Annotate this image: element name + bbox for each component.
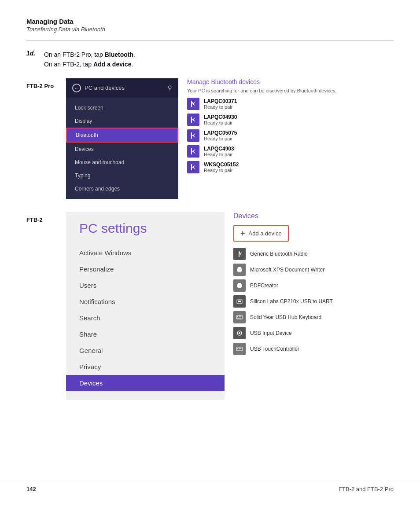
bt-device-status: Ready to pair (204, 136, 237, 141)
ftb2pro-label: FTB-2 Pro (26, 78, 66, 89)
svg-marker-6 (192, 133, 195, 138)
svg-rect-16 (238, 271, 241, 272)
settings-item-devices[interactable]: Devices (66, 375, 225, 391)
sidebar-item-display[interactable]: Display (66, 114, 178, 128)
screenshots-area: FTB-2 Pro ← PC and devices ⚲ Lock screen… (0, 70, 420, 400)
bluetooth-panel: Manage Bluetooth devices Your PC is sear… (187, 78, 394, 199)
device-name: USB Input Device (250, 330, 292, 336)
svg-rect-31 (239, 348, 240, 349)
bt-device-icon (187, 98, 199, 110)
device-icon-pdf (233, 279, 246, 292)
bt-device-icon (187, 161, 199, 173)
settings-item-share[interactable]: Share (79, 326, 211, 342)
bt-device-icon (187, 114, 199, 126)
pc-settings-title: PC settings (79, 221, 211, 236)
settings-item-search[interactable]: Search (79, 310, 211, 326)
bt-device-info: WKSQC05152 Ready to pair (204, 161, 239, 173)
doc-title: FTB-2 and FTB-2 Pro (339, 486, 394, 492)
add-icon: + (240, 229, 245, 238)
ftb2pro-section: FTB-2 Pro ← PC and devices ⚲ Lock screen… (26, 78, 394, 199)
sidebar-item-corners[interactable]: Corners and edges (66, 182, 178, 195)
page-footer: 142 FTB-2 and FTB-2 Pro (0, 482, 420, 492)
device-item[interactable]: Silicon Labs CP210x USB to UART (233, 295, 394, 308)
device-icon-keyboard (233, 311, 246, 323)
svg-rect-15 (238, 267, 241, 269)
pc-devices-panel: ← PC and devices ⚲ Lock screen Display B… (66, 78, 178, 199)
ftb2-screen: PC settings Activate Windows Personalize… (66, 212, 394, 400)
instruction-section: 1d. On an FTB-2 Pro, tap Bluetooth. On a… (0, 41, 420, 70)
sidebar-item-bluetooth[interactable]: Bluetooth (66, 128, 178, 143)
bt-device-info: LAPQC04930 Ready to pair (204, 114, 237, 125)
settings-item-users[interactable]: Users (79, 277, 211, 294)
device-item[interactable]: Solid Year USB Hub Keyboard (233, 311, 394, 323)
sidebar-item-devices[interactable]: Devices (66, 143, 178, 156)
svg-rect-32 (240, 348, 241, 349)
pc-devices-menu: Lock screen Display Bluetooth Devices Mo… (66, 98, 178, 199)
svg-rect-21 (238, 301, 241, 302)
svg-rect-25 (240, 316, 241, 317)
bt-device-item[interactable]: LAPQC04930 Ready to pair (187, 114, 394, 126)
bluetooth-title: Manage Bluetooth devices (187, 78, 394, 85)
pc-devices-title: PC and devices (85, 84, 164, 91)
back-arrow-icon[interactable]: ← (72, 84, 81, 92)
svg-point-28 (239, 332, 240, 334)
sidebar-item-typing[interactable]: Typing (66, 169, 178, 182)
search-icon[interactable]: ⚲ (168, 84, 172, 91)
bt-device-item[interactable]: LAPQC05075 Ready to pair (187, 129, 394, 142)
svg-rect-30 (237, 348, 238, 349)
chapter-title: Managing Data (26, 18, 394, 25)
device-icon-bluetooth (233, 248, 246, 260)
settings-item-activate[interactable]: Activate Windows (79, 245, 211, 261)
bt-device-item[interactable]: LAPQC4903 Ready to pair (187, 145, 394, 158)
bt-device-icon (187, 129, 199, 142)
device-item[interactable]: Generic Bluetooth Radio (233, 248, 394, 260)
bt-device-name: WKSQC05152 (204, 161, 239, 168)
svg-rect-22 (236, 316, 243, 319)
device-icon-usb-uart (233, 295, 246, 308)
bt-device-status: Ready to pair (204, 152, 234, 157)
device-name: Solid Year USB Hub Keyboard (250, 314, 321, 320)
step-line2: On an FTB-2, tap Add a device. (44, 61, 133, 68)
device-name: PDFCreator (250, 283, 278, 289)
bt-device-info: LAPQC4903 Ready to pair (204, 146, 234, 157)
step-label: 1d. (26, 50, 44, 57)
svg-rect-7 (191, 148, 192, 154)
bt-device-item[interactable]: LAPQC00371 Ready to pair (187, 98, 394, 110)
device-item[interactable]: USB Input Device (233, 327, 394, 339)
settings-item-personalize[interactable]: Personalize (79, 261, 211, 277)
bt-device-icon (187, 145, 199, 158)
add-device-button[interactable]: + Add a device (233, 225, 289, 242)
device-icon-usb-input (233, 327, 246, 339)
svg-rect-24 (239, 316, 240, 317)
pc-settings-panel: PC settings Activate Windows Personalize… (66, 212, 225, 400)
bluetooth-subtitle: Your PC is searching for and can be disc… (187, 88, 394, 93)
settings-item-general[interactable]: General (79, 342, 211, 359)
device-name: USB TouchController (250, 346, 299, 352)
pc-devices-header: ← PC and devices ⚲ (66, 78, 178, 98)
svg-rect-9 (191, 164, 192, 170)
bt-device-status: Ready to pair (204, 104, 237, 110)
svg-rect-11 (239, 251, 239, 257)
device-icon-printer (233, 264, 246, 276)
bt-device-item[interactable]: WKSQC05152 Ready to pair (187, 161, 394, 173)
bt-device-name: LAPQC04930 (204, 114, 237, 120)
device-item[interactable]: USB TouchController (233, 343, 394, 355)
svg-marker-4 (192, 117, 195, 122)
svg-rect-29 (236, 347, 243, 351)
ftb2pro-screen: ← PC and devices ⚲ Lock screen Display B… (66, 78, 394, 199)
step-text: On an FTB-2 Pro, tap Bluetooth. On an FT… (44, 50, 135, 70)
bt-device-status: Ready to pair (204, 120, 237, 125)
settings-item-notifications[interactable]: Notifications (79, 294, 211, 310)
svg-line-13 (239, 252, 240, 254)
device-item[interactable]: PDFCreator (233, 279, 394, 292)
sidebar-item-mouse[interactable]: Mouse and touchpad (66, 156, 178, 169)
bt-device-info: LAPQC00371 Ready to pair (204, 98, 237, 110)
device-item[interactable]: Microsoft XPS Document Writer (233, 264, 394, 276)
sidebar-item-lockscreen[interactable]: Lock screen (66, 101, 178, 114)
chapter-subtitle: Transferring Data via Bluetooth (26, 26, 394, 33)
settings-item-privacy[interactable]: Privacy (79, 359, 211, 375)
svg-rect-23 (237, 316, 238, 317)
devices-panel: Devices + Add a device Generic Bluetooth… (233, 212, 394, 400)
page-header: Managing Data Transferring Data via Blue… (0, 0, 420, 37)
svg-rect-26 (237, 318, 241, 319)
